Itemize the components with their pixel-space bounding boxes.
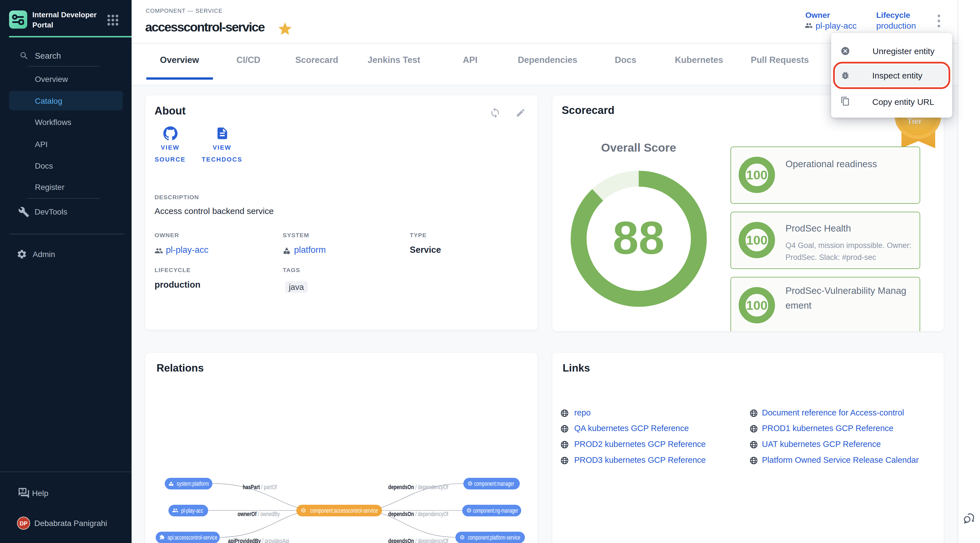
svg-text:?: ? xyxy=(21,488,24,494)
svg-text:100: 100 xyxy=(746,298,767,313)
svg-text:100: 100 xyxy=(746,233,767,248)
svg-text:100: 100 xyxy=(746,168,767,182)
